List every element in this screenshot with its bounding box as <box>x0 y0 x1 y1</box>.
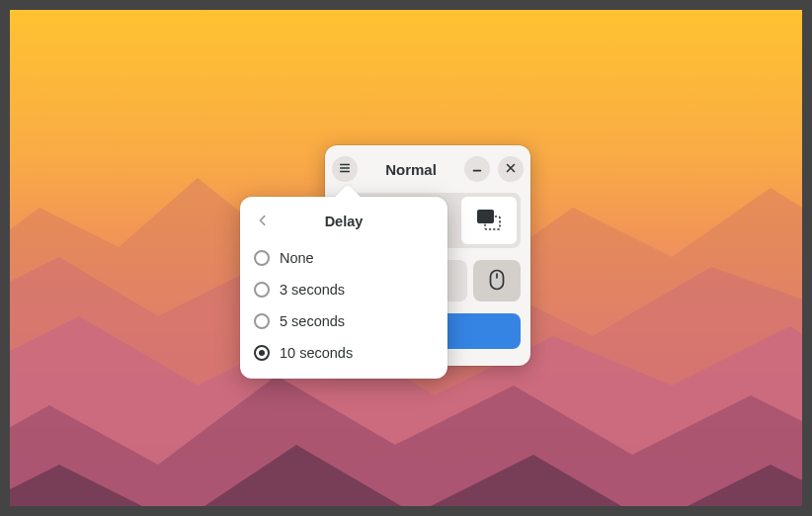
chevron-left-icon <box>256 214 270 230</box>
delay-option[interactable]: None <box>240 242 447 274</box>
capture-mode-selection[interactable] <box>461 197 517 244</box>
delay-option[interactable]: 3 seconds <box>240 274 447 305</box>
headerbar: Normal <box>325 145 530 193</box>
minimize-icon <box>470 161 484 178</box>
delay-option-label: 10 seconds <box>280 345 353 361</box>
radio-icon <box>254 250 270 266</box>
pointer-option-button[interactable] <box>473 260 521 301</box>
selection-icon <box>476 208 502 234</box>
delay-option[interactable]: 10 seconds <box>240 337 447 369</box>
delay-option-label: 3 seconds <box>280 282 345 298</box>
hamburger-icon <box>338 161 352 178</box>
close-icon <box>504 161 518 178</box>
radio-icon <box>254 313 270 329</box>
delay-option-label: 5 seconds <box>280 313 345 329</box>
minimize-button[interactable] <box>464 156 490 182</box>
mountain-layer-5 <box>10 395 802 506</box>
hamburger-menu-button[interactable] <box>332 156 358 182</box>
popover-back-button[interactable] <box>250 209 276 234</box>
radio-icon <box>254 345 270 361</box>
delay-option-label: None <box>280 250 314 266</box>
mouse-icon <box>489 269 505 294</box>
close-button[interactable] <box>498 156 524 182</box>
delay-options-list: None3 seconds5 seconds10 seconds <box>240 242 447 369</box>
window-title: Normal <box>358 161 464 178</box>
delay-option[interactable]: 5 seconds <box>240 305 447 337</box>
popover-header: Delay <box>240 207 447 242</box>
delay-popover: Delay None3 seconds5 seconds10 seconds <box>240 197 447 379</box>
radio-icon <box>254 282 270 298</box>
